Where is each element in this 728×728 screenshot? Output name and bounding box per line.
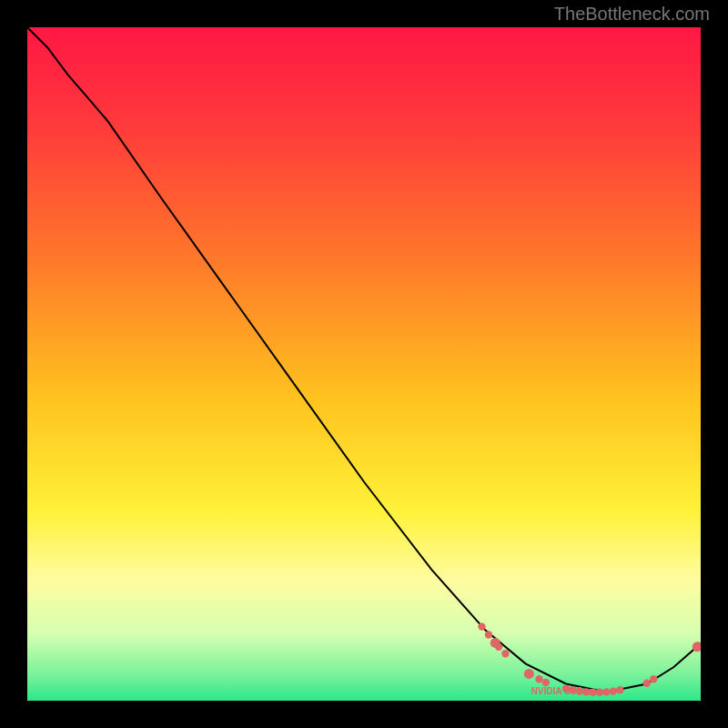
data-marker <box>610 687 617 694</box>
data-marker <box>602 688 610 695</box>
data-marker <box>485 631 492 638</box>
data-marker <box>495 643 502 651</box>
chart-svg: NVIDIA GeForce <box>27 27 701 701</box>
data-marker <box>501 650 509 657</box>
gradient-background <box>27 27 701 701</box>
plot-area: NVIDIA GeForce <box>27 27 701 701</box>
data-marker <box>478 622 485 630</box>
watermark-text: TheBottleneck.com <box>554 4 710 25</box>
chart-frame: { "watermark": "TheBottleneck.com", "cha… <box>0 0 728 728</box>
data-marker <box>643 680 651 687</box>
data-marker <box>616 686 623 693</box>
data-marker <box>542 679 550 686</box>
data-marker <box>650 675 657 682</box>
data-marker <box>535 675 542 682</box>
series-label: NVIDIA GeForce <box>531 686 602 696</box>
data-marker <box>524 669 534 679</box>
